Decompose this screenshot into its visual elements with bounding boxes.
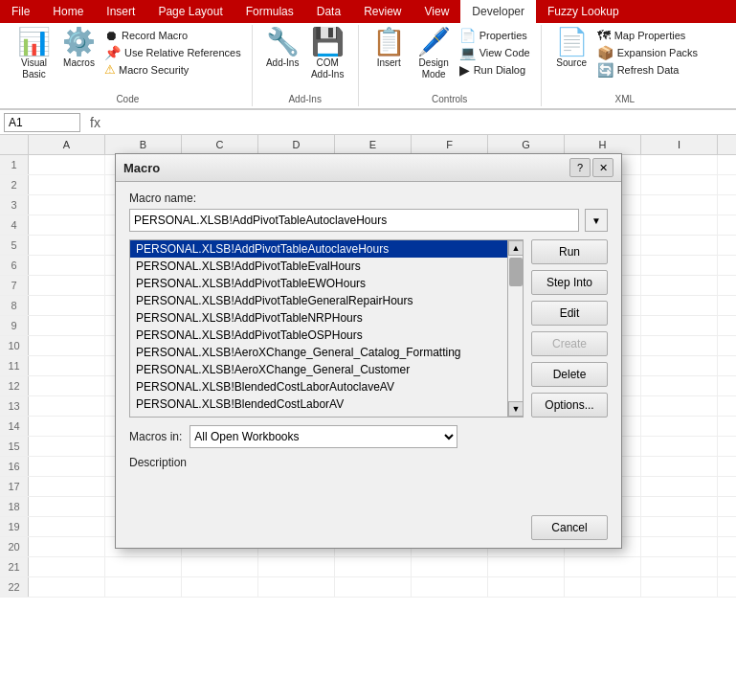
add-ins-button[interactable]: 🔧 Add-Ins [260, 27, 305, 71]
tab-view[interactable]: View [413, 0, 461, 23]
list-item[interactable]: PERSONAL.XLSB!BlendedCostLaborAV [130, 395, 507, 413]
cell[interactable] [641, 316, 718, 335]
edit-button[interactable]: Edit [531, 301, 608, 326]
cell[interactable] [641, 417, 718, 436]
list-item[interactable]: PERSONAL.XLSB!AeroXChange_General_Catalo… [130, 344, 507, 361]
cell[interactable] [29, 336, 105, 355]
cell[interactable] [641, 236, 718, 255]
tab-review[interactable]: Review [352, 0, 413, 23]
tab-formulas[interactable]: Formulas [234, 0, 305, 23]
tab-page-layout[interactable]: Page Layout [146, 0, 234, 23]
list-item[interactable]: PERSONAL.XLSB!AddPivotTableNRPHours [130, 309, 507, 327]
tab-fuzzy-lookup[interactable]: Fuzzy Lookup [536, 0, 631, 23]
cell[interactable] [641, 356, 718, 375]
cell[interactable] [182, 577, 258, 597]
cell[interactable] [105, 557, 182, 576]
expansion-packs-button[interactable]: 📦 Expansion Packs [594, 44, 701, 61]
cell[interactable] [29, 396, 105, 416]
cancel-button[interactable]: Cancel [531, 515, 608, 540]
cell[interactable] [641, 175, 718, 194]
cell[interactable] [641, 517, 718, 536]
cell[interactable] [29, 296, 105, 315]
cell[interactable] [29, 497, 105, 516]
macros-button[interactable]: ⚙️ Macros [56, 27, 101, 71]
cell[interactable] [258, 577, 335, 597]
refresh-data-button[interactable]: 🔄 Refresh Data [594, 61, 701, 79]
visual-basic-button[interactable]: 📊 VisualBasic [11, 27, 56, 82]
list-item[interactable]: PERSONAL.XLSB!AeroXChange_General_Custom… [130, 361, 507, 378]
run-dialog-button[interactable]: ▶ Run Dialog [457, 61, 533, 79]
cell[interactable] [641, 577, 718, 597]
properties-button[interactable]: 📄 Properties [457, 27, 533, 44]
list-item[interactable]: PERSONAL.XLSB!AddPivotTableOSPHours [130, 327, 507, 344]
cell[interactable] [29, 517, 105, 536]
dialog-help-button[interactable]: ? [569, 158, 591, 177]
cell[interactable] [29, 215, 105, 235]
cell[interactable] [641, 396, 718, 416]
cell[interactable] [335, 577, 412, 597]
cell[interactable] [641, 195, 718, 215]
com-add-ins-button[interactable]: 💾 COMAdd-Ins [305, 27, 350, 82]
cell[interactable] [29, 316, 105, 335]
list-item[interactable]: PERSONAL.XLSB!AddPivotTableGeneralRepair… [130, 292, 507, 309]
list-item[interactable]: PERSONAL.XLSB!BlendedCostLaborAutoclaveA… [130, 378, 507, 395]
macro-security-button[interactable]: ⚠ Macro Security [101, 61, 244, 78]
cell[interactable] [29, 155, 105, 174]
cell[interactable] [641, 457, 718, 476]
cell[interactable] [182, 557, 258, 576]
cell[interactable] [488, 577, 565, 597]
cell[interactable] [412, 557, 488, 576]
tab-insert[interactable]: Insert [95, 0, 146, 23]
cell[interactable] [488, 557, 565, 576]
cell[interactable] [641, 557, 718, 576]
macros-in-select[interactable]: All Open Workbooks This Workbook PERSONA… [190, 425, 457, 448]
cell[interactable] [641, 215, 718, 235]
cell[interactable] [29, 236, 105, 255]
tab-file[interactable]: File [0, 0, 41, 23]
cell[interactable] [641, 155, 718, 174]
record-macro-button[interactable]: ⏺ Record Macro [101, 27, 244, 44]
map-properties-button[interactable]: 🗺 Map Properties [594, 27, 701, 44]
options-button[interactable]: Options... [531, 393, 608, 418]
cell[interactable] [29, 376, 105, 395]
cell[interactable] [29, 557, 105, 576]
use-relative-references-button[interactable]: 📌 Use Relative References [101, 44, 244, 61]
insert-button[interactable]: 📋 Insert [367, 27, 412, 71]
cell[interactable] [641, 276, 718, 295]
list-item[interactable]: PERSONAL.XLSB!AddPivotTableEWOHours [130, 275, 507, 292]
dialog-close-button[interactable]: ✕ [592, 158, 613, 177]
cell[interactable] [29, 417, 105, 436]
scroll-up-arrow[interactable]: ▲ [508, 240, 524, 256]
macro-scrollbar[interactable]: ▲ ▼ [507, 240, 523, 417]
scroll-down-arrow[interactable]: ▼ [508, 401, 524, 417]
cell[interactable] [29, 276, 105, 295]
cell[interactable] [565, 557, 641, 576]
cell[interactable] [29, 477, 105, 496]
tab-developer[interactable]: Developer [460, 0, 536, 23]
macro-name-browse-button[interactable]: ▼ [585, 209, 608, 232]
run-button[interactable]: Run [531, 239, 608, 264]
name-box[interactable] [4, 113, 80, 132]
tab-data[interactable]: Data [305, 0, 352, 23]
delete-button[interactable]: Delete [531, 362, 608, 387]
cell[interactable] [641, 497, 718, 516]
step-into-button[interactable]: Step Into [531, 270, 608, 295]
cell[interactable] [641, 437, 718, 456]
cell[interactable] [641, 477, 718, 496]
formula-input[interactable] [106, 116, 732, 129]
scroll-thumb[interactable] [509, 258, 523, 286]
cell[interactable] [641, 336, 718, 355]
cell[interactable] [29, 457, 105, 476]
cell[interactable] [29, 175, 105, 194]
cell[interactable] [29, 195, 105, 215]
design-mode-button[interactable]: 🖊️ DesignMode [412, 27, 457, 82]
cell[interactable] [29, 256, 105, 275]
list-item[interactable]: PERSONAL.XLSB!AddPivotTableAutoclaveHour… [130, 240, 507, 258]
cell[interactable] [29, 437, 105, 456]
cell[interactable] [258, 557, 335, 576]
cell[interactable] [412, 577, 488, 597]
macro-name-input[interactable] [129, 209, 579, 232]
cell[interactable] [641, 537, 718, 556]
cell[interactable] [29, 537, 105, 556]
cell[interactable] [335, 557, 412, 576]
